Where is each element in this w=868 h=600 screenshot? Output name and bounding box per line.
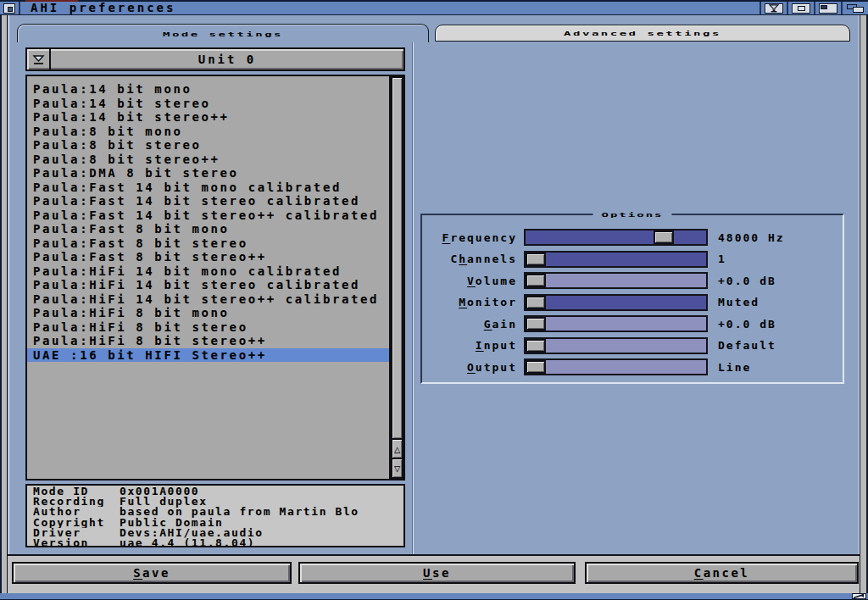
mode-list-item[interactable]: Paula:Fast 14 bit stereo calibrated	[27, 194, 389, 208]
close-button[interactable]	[0, 2, 20, 14]
mode-info-label: Driver	[33, 528, 120, 538]
input-slider-track[interactable]	[526, 339, 706, 353]
frequency-label: Frequency	[429, 231, 517, 244]
input-label: Input	[429, 339, 517, 352]
window-titlebar[interactable]: AHI preferences	[0, 0, 868, 15]
snapshot-button[interactable]	[814, 2, 841, 14]
slider-row-output: Output Line	[429, 358, 834, 375]
mode-list-item-label: Paula:DMA 8 bit stereo	[33, 166, 239, 180]
mode-list-item[interactable]: Paula:Fast 8 bit mono	[27, 222, 389, 236]
scroll-up-button[interactable]: △	[391, 440, 403, 459]
slider-row-gain: Gain +0.0 dB	[429, 315, 834, 332]
mode-list-item[interactable]: Paula:Fast 14 bit stereo++ calibrated	[27, 208, 389, 223]
resize-handle[interactable]	[852, 593, 866, 599]
monitor-slider[interactable]	[524, 294, 708, 311]
mode-list-item[interactable]: Paula:HiFi 8 bit mono	[27, 306, 389, 320]
zoom-button[interactable]	[787, 2, 814, 14]
input-slider-handle[interactable]	[526, 339, 546, 353]
mode-list-item[interactable]: Paula:8 bit stereo++	[27, 153, 389, 167]
mode-list-item[interactable]: Paula:14 bit mono	[27, 82, 389, 97]
depth-icon	[845, 3, 865, 14]
zoom-icon	[792, 3, 810, 14]
options-group: Options Frequency 48000 Hz Channels 1 Vo…	[420, 214, 844, 384]
mode-list-item[interactable]: Paula:Fast 8 bit stereo++	[27, 250, 389, 264]
mode-list-item[interactable]: Paula:14 bit stereo++	[27, 110, 389, 125]
use-button[interactable]: Use	[298, 562, 576, 584]
mode-list-item-label: Paula:14 bit stereo	[33, 97, 211, 110]
mode-list-item-label: Paula:HiFi 14 bit mono calibrated	[33, 264, 342, 278]
mode-list-item-label: Paula:Fast 14 bit stereo++ calibrated	[33, 208, 379, 222]
volume-slider-track[interactable]	[526, 274, 706, 287]
mode-list-item-label: Paula:14 bit mono	[33, 82, 192, 96]
depth-button[interactable]	[841, 2, 868, 14]
scrollbar-thumb[interactable]	[391, 76, 403, 440]
gain-slider-track[interactable]	[526, 317, 706, 331]
mode-list-item-label: Paula:HiFi 8 bit stereo	[33, 320, 248, 334]
output-label: Output	[429, 361, 517, 374]
mode-list-item[interactable]: Paula:Fast 8 bit stereo	[27, 236, 389, 251]
frequency-value: 48000 Hz	[718, 231, 785, 244]
mode-list-item-label: Paula:Fast 8 bit stereo	[33, 236, 248, 250]
slider-row-frequency: Frequency 48000 Hz	[429, 229, 834, 246]
mode-list-item[interactable]: Paula:HiFi 14 bit mono calibrated	[27, 264, 389, 279]
frequency-slider-track[interactable]	[526, 231, 706, 244]
mode-list-item[interactable]: UAE :16 bit HIFI Stereo++	[27, 348, 389, 363]
unit-selector[interactable]: Unit 0	[25, 47, 405, 71]
window-right-border	[860, 15, 868, 593]
monitor-slider-handle[interactable]	[526, 296, 546, 309]
mode-list-item[interactable]: Paula:14 bit stereo	[27, 97, 389, 111]
titlebar-drag-area[interactable]	[186, 2, 760, 14]
mode-list-item[interactable]: Paula:DMA 8 bit stereo	[27, 166, 389, 181]
mode-list-item[interactable]: Paula:HiFi 14 bit stereo calibrated	[27, 278, 389, 292]
mode-list-item[interactable]: Paula:HiFi 14 bit stereo++ calibrated	[27, 292, 389, 307]
monitor-slider-track[interactable]	[526, 296, 706, 309]
volume-slider[interactable]	[524, 272, 708, 289]
mode-list-item[interactable]: Paula:HiFi 8 bit stereo++	[27, 334, 389, 348]
mode-list-item-label: Paula:HiFi 8 bit mono	[33, 306, 230, 319]
gain-value: +0.0 dB	[718, 318, 776, 331]
slider-row-channels: Channels 1	[429, 251, 834, 268]
mode-list-item-label: Paula:HiFi 8 bit stereo++	[33, 334, 267, 347]
scroll-down-button[interactable]: ▽	[391, 459, 403, 479]
iconify-icon	[765, 3, 783, 14]
mode-list-item-label: Paula:14 bit stereo++	[33, 110, 230, 124]
panel-divider	[412, 42, 414, 554]
frequency-slider[interactable]	[524, 229, 708, 246]
cancel-button[interactable]: Cancel	[585, 562, 859, 584]
snapshot-icon	[819, 3, 837, 14]
mode-list-scrollbar[interactable]: △ ▽	[389, 76, 403, 479]
close-icon	[3, 3, 15, 14]
mode-list-item[interactable]: Paula:Fast 14 bit mono calibrated	[27, 181, 389, 195]
save-button[interactable]: Save	[12, 562, 292, 584]
mode-list-item[interactable]: Paula:HiFi 8 bit stereo	[27, 320, 389, 335]
tab-advanced-settings[interactable]: Advanced settings	[435, 25, 850, 42]
gain-slider-handle[interactable]	[526, 317, 546, 331]
window-left-highlight	[8, 15, 9, 554]
iconify-button[interactable]	[760, 2, 787, 14]
mode-list-item-label: Paula:HiFi 14 bit stereo++ calibrated	[33, 292, 379, 306]
mode-list-item[interactable]: Paula:8 bit mono	[27, 125, 389, 139]
channels-value: 1	[718, 253, 726, 265]
mode-list: Paula:14 bit mono Paula:14 bit stereo Pa…	[27, 76, 389, 479]
frequency-slider-handle[interactable]	[654, 231, 674, 244]
mode-list-item-label: Paula:8 bit stereo	[33, 138, 202, 152]
output-slider-handle[interactable]	[526, 360, 546, 374]
mode-list-item-label: UAE :16 bit HIFI Stereo++	[33, 348, 267, 362]
gain-slider[interactable]	[524, 315, 708, 332]
ahi-preferences-window: AHI preferences Mode settings	[0, 0, 868, 600]
channels-slider-track[interactable]	[526, 253, 706, 266]
channels-slider[interactable]	[524, 251, 708, 268]
tab-mode-settings[interactable]: Mode settings	[17, 24, 429, 42]
mode-info-label: Copyright	[33, 518, 120, 528]
mode-list-item[interactable]: Paula:8 bit stereo	[27, 138, 389, 153]
monitor-value: Muted	[718, 296, 760, 308]
down-arrow-icon: ▽	[394, 464, 400, 474]
output-slider-track[interactable]	[526, 360, 706, 374]
window-title: AHI preferences	[20, 2, 186, 14]
input-value: Default	[718, 339, 776, 352]
channels-slider-handle[interactable]	[526, 253, 546, 266]
volume-slider-handle[interactable]	[526, 274, 546, 287]
mode-info-label: Author	[33, 507, 120, 517]
input-slider[interactable]	[524, 337, 708, 354]
output-slider[interactable]	[524, 358, 708, 375]
